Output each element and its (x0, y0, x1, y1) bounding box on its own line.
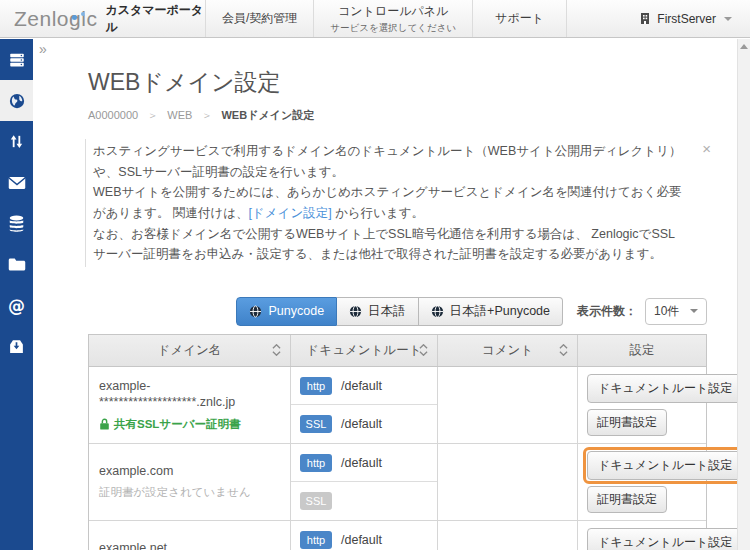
sidebar-item-email-address[interactable]: @ (0, 285, 33, 326)
comment-cell (438, 444, 578, 520)
folder-icon (8, 257, 26, 272)
globe-icon (431, 305, 444, 318)
sort-up-icon (559, 344, 568, 349)
document-root-settings-button[interactable]: ドキュメントルート設定 (587, 528, 743, 550)
info-notice: × ホスティングサービスで利用するドメイン名のドキュメントルート（WEBサイト公… (85, 139, 715, 267)
logo-dot-icon (81, 12, 85, 16)
comment-cell (438, 521, 578, 550)
certificate-settings-button[interactable]: 証明書設定 (587, 409, 667, 436)
table-row: example.com 証明書が設定されていません http /default … (89, 444, 706, 521)
sort-down-icon (419, 351, 428, 356)
header-nav: 会員/契約管理 コントロールパネル サービスを選択してください サポート (205, 0, 567, 37)
nav-control-panel[interactable]: コントロールパネル サービスを選択してください (313, 0, 472, 37)
logo-suffix-text: カスタマーポータル (105, 2, 205, 36)
sidebar-item-web[interactable] (0, 80, 33, 121)
sort-up-icon (272, 344, 281, 349)
nav-member-contract[interactable]: 会員/契約管理 (205, 0, 313, 37)
mail-icon (8, 176, 26, 190)
table-row: example- ********************.znlc.jp 共有… (89, 367, 706, 444)
highlight-annotation: ドキュメントルート設定 (583, 447, 747, 484)
domain-name: ********************.znlc.jp (99, 394, 280, 410)
account-menu[interactable]: FirstServer (639, 0, 732, 37)
scroll-up-arrow-icon[interactable] (740, 44, 748, 49)
http-path: /default (341, 456, 382, 470)
cert-status: 共有SSLサーバー証明書 (99, 417, 280, 432)
account-label: FirstServer (657, 12, 716, 26)
sidebar-item-mail[interactable] (0, 162, 33, 203)
database-icon (8, 215, 25, 233)
download-box-icon (8, 338, 25, 355)
sidebar-item-server[interactable] (0, 39, 33, 80)
document-root-cell: http /default SSL (291, 521, 438, 550)
globe-icon (249, 305, 262, 318)
sort-up-icon (419, 344, 428, 349)
lock-icon (99, 418, 110, 430)
chevron-down-icon (724, 17, 732, 21)
vertical-scrollbar[interactable] (737, 39, 750, 550)
nav-support[interactable]: サポート (472, 0, 567, 37)
http-badge: http (300, 531, 332, 549)
domain-cell: example- ********************.znlc.jp 共有… (89, 367, 291, 443)
notice-line3: なお、お客様ドメイン名で公開するWEBサイト上でSSL暗号化通信を利用する場合は… (93, 224, 685, 265)
settings-cell: ドキュメントルート設定 証明書設定 (578, 444, 706, 520)
zenlogic-logo[interactable]: Zenlogic カスタマーポータル (0, 0, 205, 37)
display-count-label: 表示件数： (577, 303, 637, 320)
document-root-cell: http /default SSL /default (291, 367, 438, 443)
at-sign-icon: @ (8, 296, 25, 316)
comment-cell (438, 367, 578, 443)
table-toolbar: Punycode 日本語 日本語+Punycode 表示件数： 10件 (88, 297, 707, 326)
sidebar-expand-toggle[interactable]: » (39, 41, 47, 57)
globe-icon (349, 305, 362, 318)
breadcrumb-web[interactable]: WEB (167, 109, 192, 121)
close-icon[interactable]: × (702, 141, 711, 156)
document-root-settings-button[interactable]: ドキュメントルート設定 (587, 451, 743, 480)
page-title: WEBドメイン設定 (88, 67, 737, 98)
sidebar-nav: @ (0, 39, 33, 550)
domain-name: example.com (99, 463, 280, 479)
settings-cell: ドキュメントルート設定 証明書設定 (578, 367, 706, 443)
logo-brand-text: Zenlogic (14, 7, 105, 31)
certificate-settings-button[interactable]: 証明書設定 (587, 486, 667, 513)
japanese-button[interactable]: 日本語 (337, 297, 419, 326)
document-root-cell: http /default SSL (291, 444, 438, 520)
domain-cell: example.net 証明書が設定されていません (89, 521, 291, 550)
ssl-badge: SSL (300, 415, 332, 433)
header-comment: コメント (438, 335, 578, 366)
transfer-arrows-icon (8, 133, 25, 150)
sidebar-item-database[interactable] (0, 203, 33, 244)
breadcrumb-current: WEBドメイン設定 (221, 109, 314, 121)
encoding-toggle-group: Punycode 日本語 日本語+Punycode (236, 297, 563, 326)
chevron-down-icon (690, 309, 698, 313)
sort-down-icon (559, 351, 568, 356)
breadcrumb-account[interactable]: A0000000 (88, 109, 138, 121)
sort-down-icon (272, 351, 281, 356)
notice-line1: ホスティングサービスで利用するドメイン名のドキュメントルート（WEBサイト公開用… (93, 141, 685, 182)
sort-toggle[interactable] (559, 344, 568, 356)
logo-dot-icon (72, 15, 77, 20)
http-badge: http (300, 377, 332, 395)
http-path: /default (341, 533, 382, 547)
display-count-select[interactable]: 10件 (645, 298, 707, 325)
sort-toggle[interactable] (272, 344, 281, 356)
punycode-button[interactable]: Punycode (236, 297, 337, 326)
domain-settings-link[interactable]: [ドメイン設定] (249, 206, 332, 220)
http-path: /default (341, 379, 382, 393)
ssl-badge-disabled: SSL (300, 492, 332, 510)
breadcrumb-separator: ＞ (147, 109, 158, 121)
breadcrumb-separator: ＞ (201, 109, 212, 121)
building-icon (639, 12, 651, 25)
domain-name: example.net (99, 540, 280, 550)
japanese-punycode-button[interactable]: 日本語+Punycode (419, 297, 563, 326)
sidebar-item-transfer[interactable] (0, 121, 33, 162)
header-domain-name: ドメイン名 (89, 335, 291, 366)
settings-cell: ドキュメントルート設定 証明書設定 (578, 521, 706, 550)
sort-toggle[interactable] (419, 344, 428, 356)
nav-item-label: 会員/契約管理 (222, 10, 297, 27)
globe-icon (8, 92, 26, 110)
header-settings: 設定 (578, 335, 706, 366)
main-content: WEBドメイン設定 A0000000 ＞ WEB ＞ WEBドメイン設定 × ホ… (33, 39, 737, 550)
sidebar-item-files[interactable] (0, 244, 33, 285)
sidebar-item-download[interactable] (0, 326, 33, 367)
server-icon (8, 51, 26, 69)
document-root-settings-button[interactable]: ドキュメントルート設定 (587, 374, 743, 403)
